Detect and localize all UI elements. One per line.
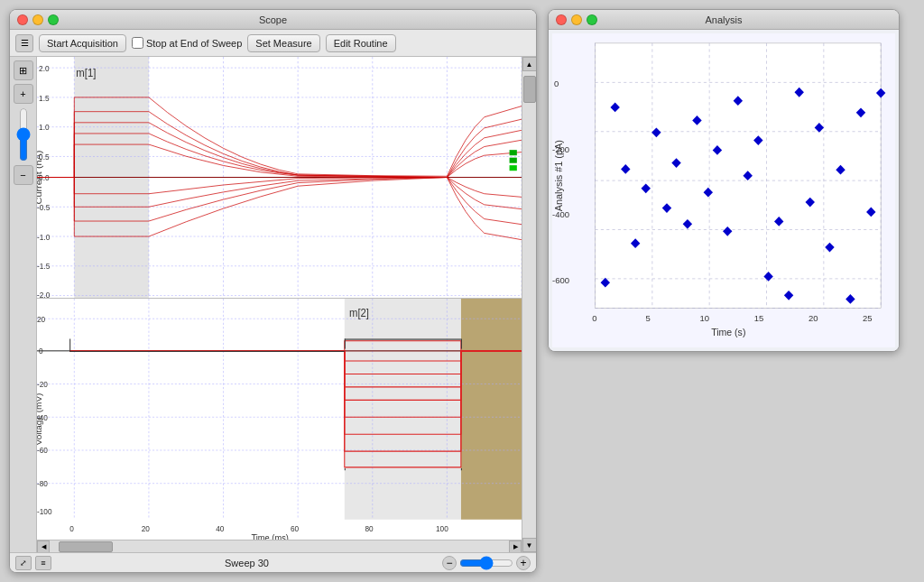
svg-text:-100: -100 (37, 507, 52, 516)
current-plot: m[1] 2.0 1.5 1.0 0.5 0.0 -0.5 -1.0 -1.5 … (37, 57, 522, 299)
grid-button[interactable]: ⊞ (14, 60, 33, 80)
sweep-label: Sweep 30 (225, 558, 269, 568)
zoom-out-h-button[interactable]: − (442, 556, 457, 570)
scroll-up-button[interactable]: ▲ (522, 57, 537, 71)
hscroll-track (50, 540, 509, 552)
zoom-in-h-button[interactable]: + (516, 556, 531, 570)
svg-text:Time (s): Time (s) (711, 327, 745, 337)
svg-text:-2.0: -2.0 (37, 290, 50, 298)
svg-text:2.0: 2.0 (39, 63, 49, 73)
svg-text:-600: -600 (552, 275, 569, 285)
analysis-plot-svg: 0 -200 -400 -600 0 5 10 15 20 25 Time (s… (552, 33, 895, 347)
vscroll-track (522, 71, 536, 538)
start-acquisition-button[interactable]: Start Acquisition (39, 34, 126, 52)
svg-text:Time (ms): Time (ms) (251, 533, 288, 540)
scroll-left-button[interactable]: ◀ (37, 540, 50, 553)
zoom-in-button[interactable]: + (14, 84, 33, 104)
svg-text:1.0: 1.0 (39, 123, 49, 133)
svg-rect-67 (461, 468, 462, 470)
svg-text:-20: -20 (37, 380, 48, 389)
svg-text:20: 20 (808, 313, 818, 323)
list-icon: ≡ (41, 559, 45, 568)
voltage-plot-svg: 20 0 -20 -40 -60 -80 -100 0 20 40 60 80 … (37, 299, 522, 540)
fit-icon: ⤢ (20, 559, 27, 568)
scroll-down-button[interactable]: ▼ (522, 538, 537, 552)
svg-rect-69 (69, 351, 345, 352)
svg-text:0: 0 (554, 79, 559, 88)
stop-end-sweep-checkbox[interactable] (132, 37, 143, 49)
analysis-content: 0 -200 -400 -600 0 5 10 15 20 25 Time (s… (549, 30, 899, 351)
vertical-scrollbar: ▲ ▼ (522, 57, 536, 552)
svg-text:10: 10 (700, 313, 710, 323)
scope-window: Scope ☰ Start Acquisition Stop at End of… (9, 9, 537, 573)
left-arrow-icon: ◀ (42, 543, 46, 550)
svg-text:0: 0 (69, 524, 74, 533)
svg-rect-65 (461, 339, 462, 349)
svg-text:m[1]: m[1] (76, 66, 96, 79)
horizontal-scrollbar: ◀ ▶ (37, 540, 522, 552)
scope-title: Scope (259, 14, 287, 25)
scope-toolbar: ☰ Start Acquisition Stop at End of Sweep… (10, 30, 536, 57)
svg-rect-31 (510, 165, 517, 171)
zoom-vertical-slider[interactable] (17, 107, 30, 162)
svg-text:20: 20 (142, 524, 150, 533)
scroll-right-button[interactable]: ▶ (509, 540, 522, 553)
svg-text:25: 25 (863, 313, 873, 323)
minimize-button[interactable] (32, 14, 43, 25)
left-controls: ⊞ + − (10, 57, 37, 552)
analysis-minimize-button[interactable] (571, 14, 582, 25)
svg-text:20: 20 (37, 314, 45, 323)
menu-icon-button[interactable]: ☰ (15, 34, 33, 52)
svg-rect-66 (345, 468, 346, 470)
vscroll-thumb[interactable] (523, 76, 536, 103)
scope-plots: m[1] 2.0 1.5 1.0 0.5 0.0 -0.5 -1.0 -1.5 … (37, 57, 522, 552)
svg-rect-29 (510, 150, 517, 155)
zoom-controls: − + (442, 556, 531, 570)
svg-text:1.5: 1.5 (39, 93, 49, 103)
stop-end-sweep-label[interactable]: Stop at End of Sweep (132, 37, 242, 49)
svg-text:m[2]: m[2] (349, 307, 369, 320)
zoom-out-button[interactable]: − (14, 165, 33, 185)
hamburger-icon: ☰ (21, 38, 29, 48)
svg-text:0: 0 (592, 313, 596, 323)
svg-text:15: 15 (754, 313, 764, 323)
maximize-button[interactable] (48, 14, 59, 25)
analysis-maximize-button[interactable] (587, 14, 597, 25)
svg-text:80: 80 (365, 524, 374, 533)
svg-text:100: 100 (436, 524, 448, 533)
set-measure-button[interactable]: Set Measure (247, 34, 319, 52)
zoom-horizontal-slider[interactable] (459, 556, 513, 570)
svg-text:60: 60 (291, 524, 299, 533)
svg-text:-80: -80 (37, 479, 48, 488)
svg-rect-71 (596, 43, 882, 309)
close-button[interactable] (17, 14, 28, 25)
scope-title-bar: Scope (10, 10, 536, 30)
right-arrow-icon: ▶ (513, 543, 518, 550)
fit-view-button[interactable]: ⤢ (15, 556, 32, 570)
sweep-value: 30 (258, 558, 269, 568)
svg-text:-1.0: -1.0 (37, 232, 50, 242)
svg-text:5: 5 (645, 313, 650, 323)
zoom-plus-icon: + (520, 558, 526, 568)
scope-bottom-bar: ⤢ ≡ Sweep 30 − + (10, 552, 536, 572)
svg-text:40: 40 (216, 524, 224, 533)
sweep-text: Sweep (225, 558, 255, 568)
edit-routine-button[interactable]: Edit Routine (326, 34, 396, 52)
hscroll-thumb[interactable] (59, 541, 113, 552)
current-plot-svg: m[1] 2.0 1.5 1.0 0.5 0.0 -0.5 -1.0 -1.5 … (37, 57, 522, 298)
svg-rect-30 (510, 158, 517, 163)
scope-content: ⊞ + − (10, 57, 536, 552)
voltage-plot: 20 0 -20 -40 -60 -80 -100 0 20 40 60 80 … (37, 299, 522, 540)
zoom-minus-icon: − (446, 558, 452, 568)
plus-icon: + (20, 88, 25, 99)
svg-rect-34 (345, 299, 461, 520)
analysis-title: Analysis (706, 14, 743, 25)
analysis-close-button[interactable] (556, 14, 567, 25)
minus-icon: − (20, 170, 25, 180)
svg-rect-63 (345, 339, 461, 340)
list-view-button[interactable]: ≡ (35, 556, 51, 570)
down-arrow-icon: ▼ (526, 541, 533, 550)
window-controls (17, 14, 59, 25)
bottom-left-buttons: ⤢ ≡ (15, 556, 51, 570)
svg-text:-1.5: -1.5 (37, 262, 50, 272)
